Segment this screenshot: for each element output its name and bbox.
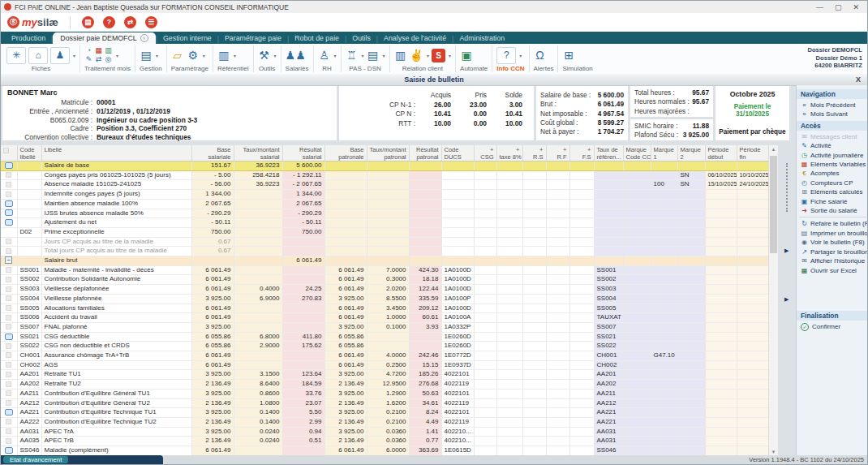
grid-cell[interactable]: 8.24 bbox=[409, 408, 441, 418]
grid-cell[interactable] bbox=[677, 408, 705, 418]
grid-row[interactable]: AA031APEC TrA3 925.000.02400.943 925.000… bbox=[1, 427, 768, 437]
grid-cell[interactable] bbox=[677, 437, 705, 446]
grid-cell[interactable] bbox=[496, 370, 522, 380]
grid-cell[interactable]: CH001 bbox=[594, 351, 623, 361]
grid-cell[interactable] bbox=[677, 389, 705, 398]
grid-cell[interactable] bbox=[409, 332, 441, 342]
grid-cell[interactable]: 1A0100D bbox=[441, 275, 474, 285]
dropdown-caret-icon[interactable]: ▾ bbox=[156, 53, 158, 58]
handshake-icon[interactable]: ✌ bbox=[410, 48, 423, 62]
grid-cell[interactable] bbox=[474, 256, 496, 266]
grid-cell[interactable]: 2 136.49 bbox=[191, 380, 234, 390]
grid-cell[interactable]: 3.4500 bbox=[367, 304, 409, 313]
grid-row[interactable]: AA221Contribution d'Equilibre Technique … bbox=[1, 408, 768, 418]
comment-bubble-icon[interactable] bbox=[5, 409, 13, 415]
grid-cell[interactable] bbox=[651, 256, 677, 266]
grid-cell[interactable] bbox=[569, 170, 594, 180]
grid-cell[interactable] bbox=[1, 304, 17, 313]
grid-cell[interactable] bbox=[569, 322, 594, 332]
employee-icon[interactable]: ♟ bbox=[50, 47, 70, 64]
grid-cell[interactable] bbox=[474, 304, 496, 313]
grid-cell[interactable] bbox=[474, 446, 496, 456]
grid-cell[interactable]: 2 067.65 bbox=[282, 199, 324, 209]
grid-cell[interactable]: Contribution Solidarité Autonomie bbox=[41, 275, 191, 285]
grid-cell[interactable] bbox=[1, 209, 17, 218]
grid-cell[interactable] bbox=[474, 437, 496, 446]
tools-hammer-icon[interactable]: ⚒ bbox=[258, 48, 271, 62]
grid-cell[interactable] bbox=[594, 190, 623, 200]
grid-cell[interactable]: CSG déductible bbox=[41, 332, 191, 342]
comment-bubble-icon[interactable] bbox=[5, 162, 13, 169]
grid-cell[interactable] bbox=[324, 199, 367, 209]
grid-cell[interactable] bbox=[705, 161, 737, 171]
grid-cell[interactable] bbox=[594, 218, 623, 228]
grid-cell[interactable] bbox=[705, 398, 737, 408]
grid-cell[interactable]: 1E0772D bbox=[441, 351, 474, 361]
grid-cell[interactable] bbox=[17, 180, 41, 190]
grid-cell[interactable]: Vieillesse déplafonnée bbox=[41, 285, 191, 295]
grid-cell[interactable]: AA211 bbox=[17, 389, 41, 398]
grid-cell[interactable] bbox=[623, 294, 651, 304]
grid-cell[interactable]: Indemnité congés payés (5 jours) bbox=[41, 190, 191, 200]
grid-cell[interactable]: 270.83 bbox=[282, 294, 324, 304]
grid-cell[interactable] bbox=[522, 398, 546, 408]
grid-cell[interactable]: SS046 bbox=[594, 446, 623, 456]
grid-cell[interactable] bbox=[705, 322, 737, 332]
grid-row[interactable]: AA212Contribution d'Equilibre Général TU… bbox=[1, 398, 768, 408]
grid-cell[interactable] bbox=[705, 209, 737, 218]
grid-cell[interactable]: SS022 bbox=[594, 342, 623, 351]
grid-cell[interactable] bbox=[474, 247, 496, 256]
grid-cell[interactable] bbox=[651, 398, 677, 408]
grid-cell[interactable]: 1A0100D bbox=[441, 265, 474, 275]
grid-cell[interactable] bbox=[522, 446, 546, 456]
grid-cell[interactable] bbox=[234, 313, 282, 323]
grid-cell[interactable] bbox=[594, 227, 623, 237]
grid-cell[interactable]: 1.41 bbox=[409, 427, 441, 437]
grid-cell[interactable] bbox=[441, 161, 474, 171]
grid-cell[interactable] bbox=[623, 218, 651, 228]
grid-cell[interactable]: G47.10 bbox=[651, 351, 677, 361]
grid-cell[interactable] bbox=[705, 370, 737, 380]
grid-cell[interactable] bbox=[594, 256, 623, 266]
grid-cell[interactable]: Salaire de base bbox=[41, 161, 191, 171]
grid-cell[interactable] bbox=[522, 199, 546, 209]
grid-cell[interactable] bbox=[546, 180, 569, 190]
grid-cell[interactable]: 6 061.49 bbox=[191, 351, 234, 361]
grid-cell[interactable] bbox=[441, 247, 474, 256]
grid-cell[interactable] bbox=[546, 161, 569, 171]
column-header-libell[interactable]: Libellé bbox=[41, 145, 191, 161]
calendar-add-icon[interactable]: ▥ bbox=[104, 46, 113, 55]
grid-cell[interactable] bbox=[367, 209, 409, 218]
grid-cell[interactable]: 4022119 bbox=[441, 417, 474, 427]
grid-cell[interactable]: 0.94 bbox=[282, 427, 324, 437]
grid-row[interactable]: AA035APEC TrB2 136.490.02400.512 136.490… bbox=[1, 437, 768, 446]
grid-cell[interactable] bbox=[441, 237, 474, 247]
grid-cell[interactable]: 06/10/2025 bbox=[705, 170, 737, 180]
grid-cell[interactable] bbox=[569, 408, 594, 418]
grid-cell[interactable]: 2 067.65 bbox=[191, 199, 234, 209]
grid-row[interactable]: Ajustement du net- 50.11- 50.11 bbox=[1, 218, 768, 228]
grid-cell[interactable] bbox=[496, 417, 522, 427]
grid-cell[interactable] bbox=[737, 256, 768, 266]
grid-cell[interactable] bbox=[623, 417, 651, 427]
grid-row[interactable]: SS001Maladie - maternité - invalidité - … bbox=[1, 265, 768, 275]
grid-cell[interactable]: 276.68 bbox=[409, 380, 441, 390]
grid-cell[interactable] bbox=[651, 294, 677, 304]
grid-cell[interactable]: 1A0332P bbox=[441, 322, 474, 332]
grid-cell[interactable]: Accident du travail bbox=[41, 313, 191, 323]
sidebar-item-confirmer[interactable]: ✓Confirmer bbox=[797, 322, 868, 331]
grid-cell[interactable] bbox=[569, 237, 594, 247]
grid-cell[interactable] bbox=[496, 332, 522, 342]
grid-cell[interactable]: AA201 bbox=[17, 370, 41, 380]
grid-cell[interactable] bbox=[441, 199, 474, 209]
grid-cell[interactable] bbox=[496, 427, 522, 437]
grid-cell[interactable] bbox=[677, 227, 705, 237]
grid-cell[interactable] bbox=[623, 351, 651, 361]
grid-cell[interactable]: 6 061.49 bbox=[191, 275, 234, 285]
grid-cell[interactable]: 1A0100P bbox=[441, 294, 474, 304]
grid-cell[interactable] bbox=[737, 351, 768, 361]
grid-cell[interactable]: 5 600.00 bbox=[282, 161, 324, 171]
grid-cell[interactable]: SS002 bbox=[17, 275, 41, 285]
grid-cell[interactable] bbox=[522, 332, 546, 342]
grid-cell[interactable] bbox=[234, 322, 282, 332]
